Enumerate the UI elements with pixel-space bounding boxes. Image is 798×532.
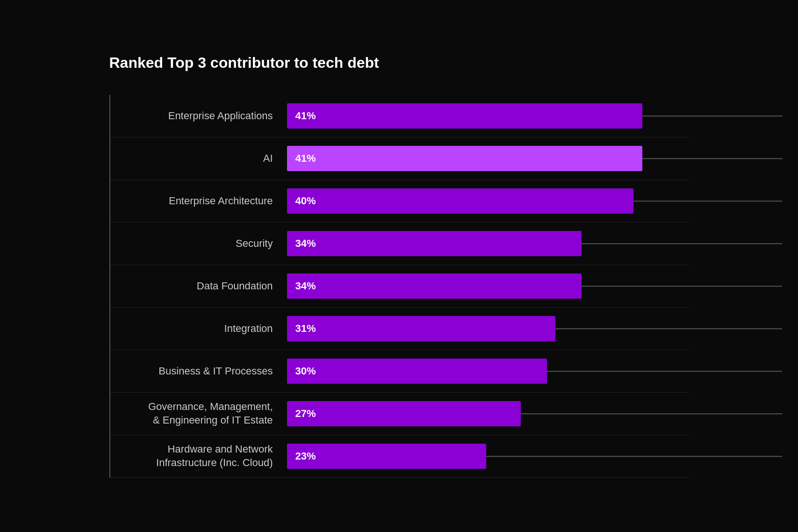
chart-row: Integration31% — [109, 308, 689, 350]
chart-row: Hardware and NetworkInfrastructure (Inc.… — [109, 435, 689, 478]
row-label: Enterprise Applications — [109, 109, 287, 123]
bar-value: 41% — [295, 152, 316, 165]
bar-trail-line — [486, 456, 783, 457]
bar: 27% — [287, 401, 521, 426]
row-label: Integration — [109, 322, 287, 336]
bar-area: 27% — [287, 393, 689, 435]
bar-value: 31% — [295, 323, 316, 335]
bar-area: 41% — [287, 95, 689, 137]
bar-area: 41% — [287, 137, 689, 180]
bar-trail-line — [547, 371, 783, 372]
bar-value: 41% — [295, 110, 316, 122]
row-label: Governance, Management,& Engineering of … — [109, 400, 287, 427]
bar-area: 23% — [287, 435, 689, 477]
row-label: Security — [109, 237, 287, 251]
bar: 34% — [287, 231, 582, 256]
bar: 40% — [287, 188, 633, 214]
bar-value: 34% — [295, 237, 316, 250]
chart-row: AI41% — [109, 137, 689, 180]
bar: 34% — [287, 273, 582, 299]
bar-value: 40% — [295, 195, 316, 207]
bar: 41% — [287, 146, 642, 171]
row-label: AI — [109, 152, 287, 165]
chart-row: Enterprise Applications41% — [109, 95, 689, 137]
bar: 31% — [287, 316, 556, 341]
chart-title: Ranked Top 3 contributor to tech debt — [109, 54, 689, 72]
bar-trail-line — [582, 243, 783, 244]
chart-row: Business & IT Processes30% — [109, 350, 689, 393]
bar-trail-line — [582, 286, 783, 287]
bar-area: 30% — [287, 350, 689, 392]
bar: 23% — [287, 444, 486, 469]
chart-container: Ranked Top 3 contributor to tech debt En… — [72, 26, 726, 506]
bar-value: 30% — [295, 365, 316, 377]
bar-trail-line — [642, 115, 783, 116]
bar-value: 27% — [295, 408, 316, 420]
chart-row: Data Foundation34% — [109, 265, 689, 308]
bar: 41% — [287, 103, 642, 129]
bar-trail-line — [633, 201, 783, 201]
bar-area: 40% — [287, 180, 689, 222]
bar-area: 34% — [287, 223, 689, 265]
chart-row: Security34% — [109, 223, 689, 265]
row-label: Enterprise Architecture — [109, 194, 287, 208]
axis-line — [109, 95, 110, 478]
row-label: Hardware and NetworkInfrastructure (Inc.… — [109, 443, 287, 469]
bar-trail-line — [521, 413, 783, 414]
bar-value: 23% — [295, 450, 316, 462]
row-label: Data Foundation — [109, 280, 287, 293]
chart-row: Governance, Management,& Engineering of … — [109, 393, 689, 435]
chart-body: Enterprise Applications41%AI41%Enterpris… — [109, 95, 689, 478]
bar-area: 31% — [287, 308, 689, 350]
bar-value: 34% — [295, 280, 316, 292]
bar-area: 34% — [287, 265, 689, 307]
row-label: Business & IT Processes — [109, 365, 287, 378]
chart-row: Enterprise Architecture40% — [109, 180, 689, 223]
bar: 30% — [287, 359, 547, 384]
bar-trail-line — [555, 328, 782, 329]
bar-trail-line — [642, 158, 783, 159]
